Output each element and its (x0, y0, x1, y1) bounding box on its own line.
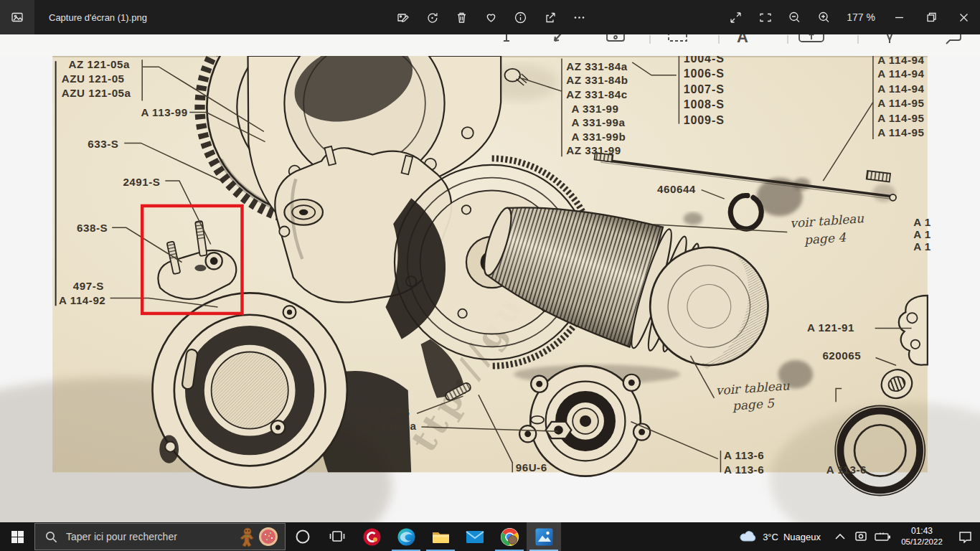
part-label: 1008-S (684, 98, 725, 110)
taskbar-clock[interactable]: 01:43 05/12/2022 (894, 526, 950, 547)
favorite-button[interactable] (476, 0, 506, 34)
edit-image-button[interactable] (388, 0, 418, 34)
part-label: 633-S (88, 138, 118, 150)
part-label: 1007-S (684, 83, 725, 95)
part-label: A 114-94 (877, 83, 924, 95)
more-options-button[interactable] (565, 0, 594, 34)
svg-text:A: A (737, 34, 748, 44)
clock-time: 01:43 (894, 526, 950, 537)
part-label: A 114-95 (877, 97, 924, 109)
cookie-decoration-icon (258, 526, 279, 547)
ccleaner-taskbar-icon[interactable] (354, 522, 389, 551)
pen-tool-icon-partial (877, 34, 903, 44)
weather-temperature: 3°C (763, 532, 778, 542)
cloud-icon (739, 530, 758, 543)
part-label: A 331-99a (571, 116, 625, 128)
zoom-out-button[interactable] (780, 0, 809, 34)
part-label: AZ 331-84c (566, 88, 627, 100)
cover-plate-drawing (152, 293, 347, 487)
part-label: AZU 121-05a (62, 87, 131, 99)
part-label: A 121-91 (807, 321, 854, 334)
image-canvas[interactable]: A (0, 34, 980, 522)
screenshot-toolbar-strip: A (0, 34, 980, 56)
cortana-button[interactable] (286, 522, 320, 551)
part-label: AZ 331-84a (566, 60, 627, 72)
delete-button[interactable] (447, 0, 476, 34)
text-tool-icon-partial: A (730, 34, 755, 44)
part-label: 1009-S (684, 113, 725, 126)
part-label: 2491-S (123, 176, 160, 188)
photos-titlebar: Capture d'écran (1).png (0, 0, 980, 34)
toolbar-divider (845, 34, 871, 44)
close-button[interactable] (948, 0, 980, 34)
part-label: 638-S (77, 222, 108, 234)
task-view-button[interactable] (320, 522, 354, 551)
clock-date: 05/12/2022 (894, 537, 950, 547)
part-label: A 114-96a (363, 420, 416, 432)
part-label: A 114-92 (59, 294, 105, 306)
tray-overflow-chevron[interactable] (829, 522, 851, 551)
info-button[interactable] (506, 0, 535, 34)
see-table-note: page 4 (803, 230, 846, 247)
battery-icon[interactable] (872, 522, 894, 551)
desktop-screen: Capture d'écran (1).png (0, 0, 980, 551)
part-label-partial: 96U-6 (516, 461, 547, 474)
part-label: A 114-94 (877, 67, 924, 80)
window-title: Capture d'écran (1).png (49, 0, 147, 34)
part-label: 497-S (73, 280, 104, 292)
edge-taskbar-icon[interactable] (389, 522, 423, 551)
part-label-partial: A 1 (913, 216, 931, 228)
part-label: A 114-95 (877, 127, 924, 139)
part-label: AZ 331-84b (566, 74, 628, 86)
action-center-button[interactable] (950, 522, 980, 551)
file-explorer-taskbar-icon[interactable] (423, 522, 458, 551)
search-icon (35, 531, 65, 543)
part-label-partial: A 1 (913, 228, 931, 240)
rotate-button[interactable] (418, 0, 447, 34)
part-label: AZ 121-05a (69, 58, 130, 70)
toolbar-divider (637, 34, 663, 44)
selection-tool-icon-partial (664, 34, 690, 44)
start-button[interactable] (0, 522, 34, 551)
chrome-taskbar-icon[interactable] (492, 522, 527, 551)
weather-widget[interactable]: 3°C Nuageux (730, 530, 829, 543)
part-label: AZU 121-05 (62, 72, 125, 85)
part-label: A 331-99b (571, 131, 626, 143)
search-input[interactable] (65, 530, 240, 543)
meet-now-icon[interactable] (851, 522, 872, 551)
part-label-partial: A 1 (913, 240, 931, 253)
part-label: 1004-S (684, 56, 725, 65)
part-label: A 113-6 (724, 449, 764, 461)
part-label-partial: A 113-6 (826, 463, 867, 476)
zoom-in-button[interactable] (809, 0, 839, 34)
gingerbread-decoration-icon (240, 527, 255, 547)
engine-parts-diagram: ttp://gui gu (0, 56, 980, 522)
taskbar-search[interactable] (34, 523, 286, 550)
photos-taskbar-icon[interactable] (527, 522, 561, 551)
stamp-tool-icon-partial (796, 34, 828, 44)
mail-taskbar-icon[interactable] (458, 522, 492, 551)
part-label: 1006-S (684, 67, 725, 80)
part-label: A 114-96 (363, 406, 410, 418)
zoom-level: 177 % (839, 11, 883, 23)
part-label: 620065 (822, 349, 861, 362)
part-label: A 331-99 (571, 103, 618, 115)
see-table-note: page 5 (731, 396, 775, 413)
fit-to-window-button[interactable] (750, 0, 780, 34)
restore-button[interactable] (915, 0, 948, 34)
photos-app-icon (0, 0, 34, 34)
share-button[interactable] (535, 0, 565, 34)
part-label: 460644 (657, 183, 696, 195)
part-label: A 114-94 (877, 56, 924, 66)
toolbar-divider (706, 34, 732, 44)
windows-taskbar: 3°C Nuageux 01:43 05/12/2022 (0, 522, 980, 551)
part-label-partial: A 113-6 (724, 463, 764, 476)
part-label: A 113-99 (141, 106, 187, 118)
cursor-tool-icon-partial (494, 34, 519, 44)
part-label: AZ 331-99 (566, 145, 621, 157)
fullscreen-button[interactable] (721, 0, 750, 34)
arrow-tool-icon-partial (545, 34, 571, 44)
save-tool-icon-partial (603, 34, 628, 44)
minimize-button[interactable] (883, 0, 915, 34)
part-label: A 114-95 (877, 112, 924, 124)
